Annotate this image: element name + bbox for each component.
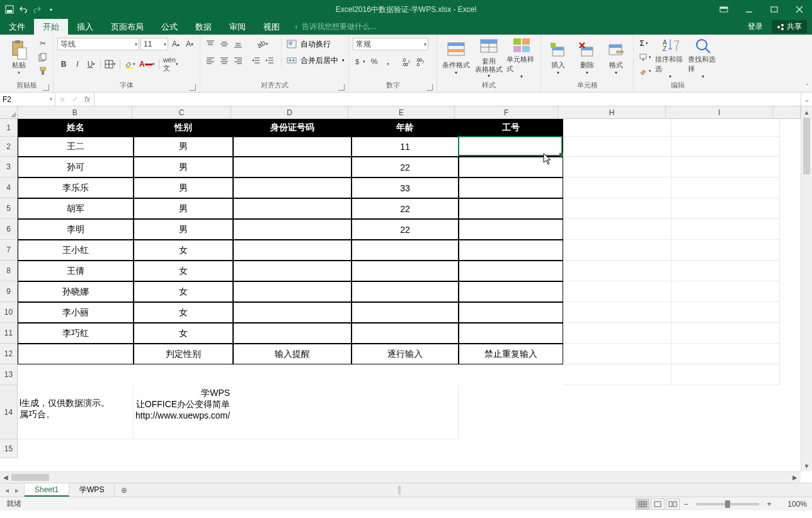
column-header[interactable]: H (558, 106, 665, 118)
cell[interactable] (352, 281, 459, 302)
cell[interactable] (672, 344, 780, 364)
cell[interactable] (672, 364, 780, 385)
collapse-ribbon-icon[interactable]: ˆ (806, 84, 808, 91)
row-header[interactable]: 2 (0, 137, 17, 157)
enter-formula-icon[interactable]: ✓ (72, 95, 78, 104)
cell[interactable]: 王小红 (18, 240, 134, 261)
qat-customize-icon[interactable]: ▾ (47, 5, 55, 14)
vscroll-thumb[interactable] (803, 118, 810, 174)
undo-icon[interactable] (19, 5, 28, 14)
select-all-corner[interactable] (0, 106, 18, 119)
cell[interactable] (672, 119, 780, 137)
decrease-font-button[interactable]: A▾ (183, 38, 196, 50)
login-link[interactable]: 登录 (741, 21, 769, 32)
row-header[interactable]: 8 (0, 261, 17, 281)
row-header[interactable]: 6 (0, 219, 17, 240)
number-dialog-launcher[interactable] (426, 84, 433, 91)
horizontal-scrollbar[interactable]: ◀ ▶ (0, 471, 801, 483)
sheet-nav-last-icon[interactable]: ▸ (15, 486, 19, 495)
page-layout-view-button[interactable] (651, 498, 665, 510)
column-header[interactable]: D (231, 106, 348, 118)
underline-button[interactable]: U▾ (85, 58, 98, 70)
tab-file[interactable]: 文件 (0, 19, 34, 35)
cell[interactable]: 22 (352, 157, 459, 177)
cell[interactable] (233, 240, 352, 261)
italic-button[interactable]: I (71, 58, 84, 70)
cell[interactable] (352, 261, 459, 281)
row-header[interactable]: 7 (0, 240, 17, 261)
cell[interactable] (459, 240, 563, 261)
row-header[interactable]: 14 (0, 385, 17, 439)
cell[interactable] (563, 157, 672, 177)
font-size-combo[interactable]: 11▾ (140, 38, 168, 50)
accounting-format-button[interactable]: $▾ (353, 55, 367, 68)
cell[interactable] (18, 344, 134, 364)
cell[interactable]: 姓名 (18, 119, 134, 137)
copy-button[interactable] (37, 51, 49, 64)
cell[interactable] (672, 177, 780, 198)
cell[interactable]: 李巧红 (18, 323, 134, 344)
zoom-out-button[interactable]: − (681, 500, 691, 509)
column-header[interactable]: I (666, 106, 773, 118)
row-header[interactable]: 9 (0, 281, 17, 302)
column-header[interactable] (773, 106, 801, 118)
cell[interactable]: l生成，仅供数据演示。 属巧合。 (18, 385, 134, 439)
cell[interactable] (233, 177, 352, 198)
normal-view-button[interactable] (636, 498, 649, 510)
cell[interactable]: 性别 (134, 119, 233, 137)
cut-button[interactable]: ✂ (37, 37, 49, 50)
cell[interactable]: 女 (134, 281, 233, 302)
tab-view[interactable]: 视图 (254, 19, 289, 35)
cell[interactable]: 禁止重复输入 (459, 344, 563, 364)
orientation-button[interactable]: ab▾ (256, 38, 269, 50)
save-icon[interactable] (5, 5, 14, 14)
scroll-up-icon[interactable]: ▲ (801, 106, 812, 118)
cell[interactable] (459, 261, 563, 281)
cell[interactable] (459, 157, 563, 177)
tab-page-layout[interactable]: 页面布局 (102, 19, 152, 35)
cell[interactable] (672, 261, 780, 281)
delete-cells-button[interactable]: 删除▾ (574, 37, 600, 79)
cell[interactable] (233, 157, 352, 177)
font-color-button[interactable]: A▾ (138, 58, 156, 70)
cell[interactable] (459, 323, 563, 344)
page-break-view-button[interactable] (666, 498, 680, 510)
vertical-scrollbar[interactable]: ▲ ▼ (801, 106, 812, 471)
cell[interactable]: 女 (134, 261, 233, 281)
cell[interactable] (563, 261, 672, 281)
cell[interactable] (672, 219, 780, 240)
cell[interactable] (459, 137, 563, 157)
row-header[interactable]: 3 (0, 157, 17, 177)
zoom-in-button[interactable]: + (764, 500, 774, 509)
align-bottom-button[interactable] (232, 38, 244, 50)
cell[interactable] (563, 119, 672, 137)
row-header[interactable]: 10 (0, 302, 17, 323)
cell[interactable] (352, 323, 459, 344)
cell[interactable] (459, 198, 563, 219)
fill-button[interactable]: ▾ (638, 51, 653, 64)
zoom-level[interactable]: 100% (775, 500, 807, 509)
cell[interactable]: 孙可 (18, 157, 134, 177)
bold-button[interactable]: B (57, 58, 70, 70)
cell[interactable] (563, 198, 672, 219)
tab-review[interactable]: 审阅 (220, 19, 254, 35)
decrease-decimal-button[interactable]: .00.0 (415, 55, 427, 68)
cell[interactable] (563, 219, 672, 240)
scroll-left-icon[interactable]: ◀ (0, 474, 11, 481)
cell[interactable] (563, 177, 672, 198)
autosum-button[interactable]: Σ▾ (638, 37, 650, 50)
column-header[interactable]: F (455, 106, 559, 118)
increase-font-button[interactable]: A▴ (169, 38, 182, 50)
cell[interactable] (233, 261, 352, 281)
fx-icon[interactable]: fx (84, 95, 90, 104)
cell[interactable] (459, 177, 563, 198)
cell[interactable] (672, 240, 780, 261)
cell[interactable]: 逐行输入 (352, 344, 459, 364)
cell[interactable] (672, 302, 780, 323)
align-middle-button[interactable] (218, 38, 231, 50)
sort-filter-button[interactable]: AZ排序和筛选▾ (655, 37, 685, 79)
align-top-button[interactable] (204, 38, 217, 50)
expand-formula-bar-icon[interactable]: ⌄ (801, 93, 812, 106)
cell[interactable]: 身份证号码 (233, 119, 352, 137)
fill-color-button[interactable]: ▾ (123, 58, 137, 70)
